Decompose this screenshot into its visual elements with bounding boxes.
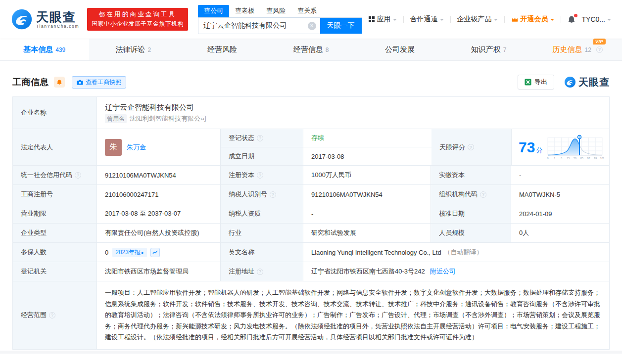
tab-business-info[interactable]: 经营信息 8 <box>267 39 356 60</box>
tab-label: 经营信息 <box>293 45 323 54</box>
vip-badge: VIP <box>593 39 606 45</box>
tab-intellectual-property[interactable]: 知识产权 7 <box>444 39 533 60</box>
legal-rep-avatar[interactable]: 朱 <box>105 139 122 156</box>
svg-text:99: 99 <box>594 157 597 160</box>
logo-brand-text: 天眼查 <box>36 10 79 23</box>
tianyancha-logo-icon <box>564 76 576 88</box>
business-scope-label: 经营范围 <box>13 281 97 349</box>
watermark-text: 天眼查 <box>578 76 610 89</box>
reg-capital-label: 注册资本 <box>221 166 303 184</box>
subscribe-bell-button[interactable] <box>54 77 65 88</box>
camera-icon <box>77 80 83 85</box>
tab-history-info[interactable]: VIP 历史信息 12 <box>533 39 622 60</box>
search-input[interactable] <box>198 18 320 34</box>
logo-domain-text: TianYanCha.com <box>36 24 79 29</box>
nav-partner-channel[interactable]: 合作通道 <box>410 15 444 24</box>
table-row: 经营范围 一般项目：人工智能应用软件开发；智能机器人的研发；人工智能基础软件开发… <box>13 281 609 349</box>
tab-count: 12 <box>585 46 591 53</box>
table-row: 企业类型 有限责任公司(自然人投资或控股) 行业 研究和试验发展 人员规模 0人 <box>13 224 609 243</box>
org-code-label: 组织机构代码 <box>431 185 511 204</box>
page-bottom-strip <box>0 351 622 354</box>
staff-size-label: 人员规模 <box>431 224 511 242</box>
search-tab-boss[interactable]: 查老板 <box>229 5 260 17</box>
search-button[interactable]: 天眼一下 <box>320 18 362 34</box>
nav-partner-label: 合作通道 <box>410 15 438 24</box>
excel-icon <box>525 79 531 86</box>
tab-count: 8 <box>326 46 329 53</box>
company-name-label: 企业名称 <box>13 97 97 129</box>
score-value: 73 <box>519 139 535 156</box>
table-row: 参保人数 0 2023年报 英文名称 Liaoning Yunqi Intell… <box>13 243 609 262</box>
tab-label: 基本信息 <box>23 45 53 54</box>
paid-capital-label: 实缴资本 <box>431 166 511 184</box>
score-cell[interactable]: 73 分 <box>512 129 609 165</box>
help-icon <box>257 135 263 141</box>
search-tab-risk[interactable]: 查风险 <box>260 5 291 17</box>
company-type-label: 企业类型 <box>13 224 97 242</box>
approve-date-value: 2024-01-09 <box>511 204 609 223</box>
tab-label: 法律诉讼 <box>116 45 145 54</box>
business-snapshot-button[interactable]: 查看工商快照 <box>72 76 126 89</box>
reg-capital-value: 1000万人民币 <box>303 166 431 184</box>
bell-icon <box>56 79 62 86</box>
section-title: 工商信息 <box>12 76 49 88</box>
svg-text:1: 1 <box>554 157 555 160</box>
tab-legal-litigation[interactable]: 法律诉讼 2 <box>89 39 178 60</box>
auto-translate-note: （自动翻译） <box>444 248 483 257</box>
tab-business-risk[interactable]: 经营风险 <box>178 39 267 60</box>
search-tab-relation[interactable]: 查关系 <box>291 5 323 17</box>
nav-divider <box>561 16 561 23</box>
chevron-down-icon <box>494 19 498 21</box>
registry-value: 沈阳市铁西区市场监督管理局 <box>97 262 221 281</box>
nearby-companies-link[interactable]: 附近公司 <box>430 267 456 276</box>
tab-basic-info[interactable]: 基本信息 439 <box>0 39 89 60</box>
business-term-value: 2017-03-08 至 2037-03-07 <box>97 204 221 223</box>
export-button[interactable]: 导出 <box>518 75 554 90</box>
nav-apps[interactable]: 应用 <box>368 15 397 24</box>
tianyancha-logo-icon <box>11 8 33 30</box>
former-name-tag: 曾用名 <box>105 114 127 123</box>
chevron-down-icon <box>607 19 611 21</box>
english-name-label: 英文名称 <box>221 243 303 262</box>
table-row: 统一社会信用代码 91210106MA0TWJKN54 注册资本 1000万人民… <box>13 166 609 185</box>
notification-bell[interactable] <box>568 15 575 24</box>
svg-text:15: 15 <box>567 157 570 160</box>
approve-date-label: 核准日期 <box>431 204 511 223</box>
line-chart-icon <box>152 250 158 255</box>
org-code-value: MA0TWJKN-5 <box>511 185 609 204</box>
help-icon <box>49 312 55 318</box>
chevron-down-icon <box>440 19 444 21</box>
tab-label: 经营风险 <box>207 45 237 54</box>
tab-company-development[interactable]: 公司发展 <box>355 39 444 60</box>
search-tabs: 查公司 查老板 查风险 查关系 <box>198 5 362 17</box>
tab-count: 439 <box>55 46 65 53</box>
help-icon <box>257 269 263 275</box>
tianyancha-logo[interactable]: 天眼查 TianYanCha.com <box>11 8 79 30</box>
establish-date-value: 2017-03-08 <box>303 147 431 165</box>
trend-chart-button[interactable] <box>150 248 160 257</box>
address-value: 辽宁省沈阳市铁西区南七西路40-3号242 <box>311 267 425 276</box>
user-account[interactable]: TYC0... <box>582 15 611 23</box>
clear-search-icon[interactable] <box>308 22 316 30</box>
table-row: 登记机关 沈阳市铁西区市场监督管理局 注册地址 辽宁省沈阳市铁西区南七西路40-… <box>13 262 609 281</box>
user-account-label: TYC0... <box>582 15 605 23</box>
annual-report-tag[interactable]: 2023年报 <box>112 248 147 257</box>
help-icon <box>270 191 276 198</box>
reg-status-label: 登记状态 <box>221 129 303 147</box>
english-name-cell: Liaoning Yunqi Intelligent Technology Co… <box>303 243 609 262</box>
insured-count-value: 0 <box>105 249 108 256</box>
legal-rep-name-link[interactable]: 朱万金 <box>127 143 146 152</box>
taxpayer-quality-value: - <box>303 204 431 223</box>
business-term-label: 营业期限 <box>13 204 97 223</box>
nav-divider <box>403 16 404 23</box>
search-tab-company[interactable]: 查公司 <box>198 5 229 17</box>
former-name: 沈阳利剑智能科技有限公司 <box>130 114 207 123</box>
nav-open-membership[interactable]: 开通会员 <box>511 15 554 24</box>
paid-capital-value: - <box>511 166 609 184</box>
address-label: 注册地址 <box>221 262 303 281</box>
nav-enterprise-products[interactable]: 企业级产品 <box>457 15 498 24</box>
chevron-down-icon <box>550 19 554 21</box>
help-icon <box>596 46 603 53</box>
taxpayer-quality-label: 纳税人资质 <box>221 204 303 223</box>
company-name-cell: 辽宁云企智能科技有限公司 曾用名 沈阳利剑智能科技有限公司 <box>97 97 609 129</box>
